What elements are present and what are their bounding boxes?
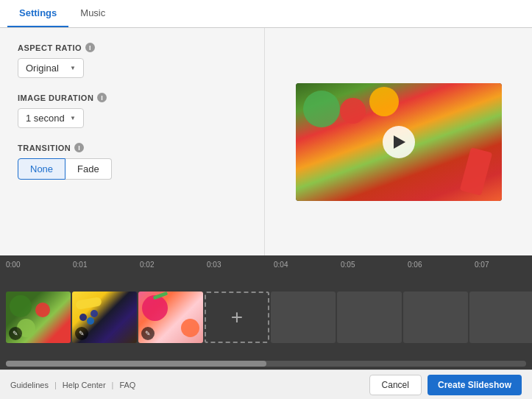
track-edit-icon-2[interactable]: ✎: [75, 327, 88, 340]
image-duration-group: IMAGE DURATION i 1 second ▼: [18, 93, 247, 128]
transition-none-btn[interactable]: None: [18, 158, 65, 180]
aspect-ratio-text: ASPECT RATIO: [18, 43, 82, 52]
track-thumbnail-2: ✎: [72, 292, 137, 343]
image-duration-arrow-icon: ▼: [70, 115, 76, 121]
transition-fade-btn[interactable]: Fade: [65, 158, 112, 180]
footer-link-faq[interactable]: FAQ: [119, 381, 135, 389]
ruler-mark-6: 0:06: [408, 261, 475, 269]
footer-link-guidelines[interactable]: Guidelines: [10, 381, 49, 389]
image-duration-info-icon[interactable]: i: [97, 93, 107, 102]
settings-panel: ASPECT RATIO i Original ▼ IMAGE DURATION…: [0, 28, 265, 255]
aspect-ratio-select[interactable]: Original ▼: [18, 58, 84, 78]
transition-label: TRANSITION i: [18, 143, 247, 152]
aspect-ratio-group: ASPECT RATIO i Original ▼: [18, 43, 247, 78]
aspect-ratio-info-icon[interactable]: i: [85, 43, 95, 52]
aspect-ratio-label: ASPECT RATIO i: [18, 43, 247, 52]
transition-text: TRANSITION: [18, 144, 71, 152]
aspect-ratio-arrow-icon: ▼: [70, 65, 76, 71]
track-add-button[interactable]: +: [205, 292, 269, 343]
timeline-ruler: 0:00 0:01 0:02 0:03 0:04 0:05 0:06 0:07 …: [0, 255, 532, 273]
ruler-mark-2: 0:02: [140, 261, 207, 269]
ruler-mark-3: 0:03: [207, 261, 274, 269]
track-edit-icon-3[interactable]: ✎: [141, 327, 155, 340]
footer-buttons: Cancel Create Slideshow: [369, 375, 522, 395]
ruler-mark-4: 0:04: [274, 261, 341, 269]
footer: Guidelines | Help Center | FAQ Cancel Cr…: [0, 370, 532, 399]
content-area: ASPECT RATIO i Original ▼ IMAGE DURATION…: [0, 28, 532, 255]
track-thumbnail-3: ✎: [138, 292, 203, 343]
tab-settings[interactable]: Settings: [7, 0, 68, 27]
app-container: Settings Music ASPECT RATIO i Original ▼…: [0, 0, 532, 399]
track-empty-4: [469, 292, 532, 343]
play-icon: [394, 135, 405, 149]
track-item-1[interactable]: ✎: [6, 292, 71, 343]
video-preview: [296, 83, 502, 201]
transition-info-icon[interactable]: i: [74, 143, 84, 152]
scrollbar-thumb[interactable]: [6, 361, 266, 367]
footer-sep-2: |: [112, 381, 114, 389]
ruler-marks-row: 0:00 0:01 0:02 0:03 0:04 0:05 0:06 0:07 …: [6, 261, 526, 269]
create-slideshow-button[interactable]: Create Slideshow: [428, 375, 522, 395]
timeline-section: 0:00 0:01 0:02 0:03 0:04 0:05 0:06 0:07 …: [0, 255, 532, 370]
ruler-mark-5: 0:05: [341, 261, 408, 269]
ruler-mark-1: 0:01: [73, 261, 140, 269]
image-duration-text: IMAGE DURATION: [18, 93, 93, 102]
track-empty-3: [403, 292, 468, 343]
footer-links: Guidelines | Help Center | FAQ: [10, 381, 135, 389]
transition-options: None Fade: [18, 158, 247, 180]
track-empty-2: [337, 292, 402, 343]
footer-sep-1: |: [54, 381, 57, 389]
track-edit-icon-1[interactable]: ✎: [9, 327, 22, 340]
preview-area: [265, 28, 532, 255]
tabs-bar: Settings Music: [0, 0, 532, 28]
tab-music[interactable]: Music: [68, 0, 117, 27]
play-button[interactable]: [383, 126, 415, 158]
footer-link-helpcenter[interactable]: Help Center: [63, 381, 106, 389]
transition-group: TRANSITION i None Fade: [18, 143, 247, 180]
ruler-mark-7: 0:07: [475, 261, 532, 269]
track-thumbnail-1: ✎: [6, 292, 71, 343]
ruler-mark-0: 0:00: [6, 261, 73, 269]
image-duration-value: 1 second: [26, 113, 65, 124]
aspect-ratio-value: Original: [26, 63, 59, 74]
image-duration-label: IMAGE DURATION i: [18, 93, 247, 102]
timeline-tracks: ✎ ✎ ✎: [0, 273, 532, 361]
cancel-button[interactable]: Cancel: [369, 375, 422, 395]
track-empty-1: [271, 292, 336, 343]
image-duration-select[interactable]: 1 second ▼: [18, 108, 84, 128]
timeline-scrollbar[interactable]: [6, 361, 526, 367]
track-item-2[interactable]: ✎: [72, 292, 137, 343]
track-item-3[interactable]: ✎: [138, 292, 203, 343]
